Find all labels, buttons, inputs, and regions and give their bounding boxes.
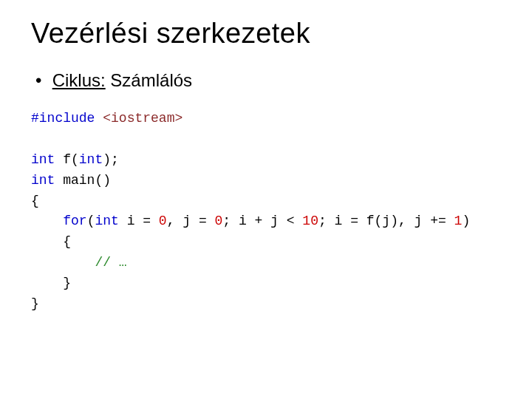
code-text: ; i + j < xyxy=(222,214,302,228)
code-number: 10 xyxy=(302,214,318,228)
code-block: #include <iostream> int f(int); int main… xyxy=(31,109,501,315)
code-text: ) xyxy=(462,214,470,228)
code-text: , j = xyxy=(167,214,215,228)
bullet-item: • Ciklus: Számlálós xyxy=(35,70,501,91)
bullet-label-underline: Ciklus: xyxy=(52,70,106,90)
code-text: f( xyxy=(55,152,78,167)
code-comment: // … xyxy=(95,255,126,270)
code-text: ; i = f(j), j += xyxy=(318,214,454,228)
code-text: { xyxy=(31,234,71,249)
code-text: ( xyxy=(87,214,95,228)
code-text: ); xyxy=(103,152,119,167)
code-number: 1 xyxy=(454,214,463,228)
bullet-dot: • xyxy=(35,70,47,91)
code-number: 0 xyxy=(214,214,222,228)
code-keyword: int xyxy=(95,214,118,228)
code-keyword: int xyxy=(31,173,55,188)
code-text xyxy=(31,255,95,270)
code-text: } xyxy=(31,296,39,311)
slide: Vezérlési szerkezetek • Ciklus: Számláló… xyxy=(0,0,532,332)
code-text: main() xyxy=(55,173,111,188)
code-text: { xyxy=(31,194,39,208)
code-text: } xyxy=(31,276,71,290)
code-number: 0 xyxy=(159,214,167,228)
code-keyword: #include xyxy=(31,111,95,126)
code-keyword: int xyxy=(31,152,55,167)
code-text: i = xyxy=(119,214,159,228)
code-include-header: <iostream> xyxy=(95,111,183,126)
code-keyword: int xyxy=(79,152,103,167)
code-keyword: for xyxy=(31,214,87,228)
bullet-label: Számlálós xyxy=(106,70,192,90)
slide-title: Vezérlési szerkezetek xyxy=(31,18,501,50)
